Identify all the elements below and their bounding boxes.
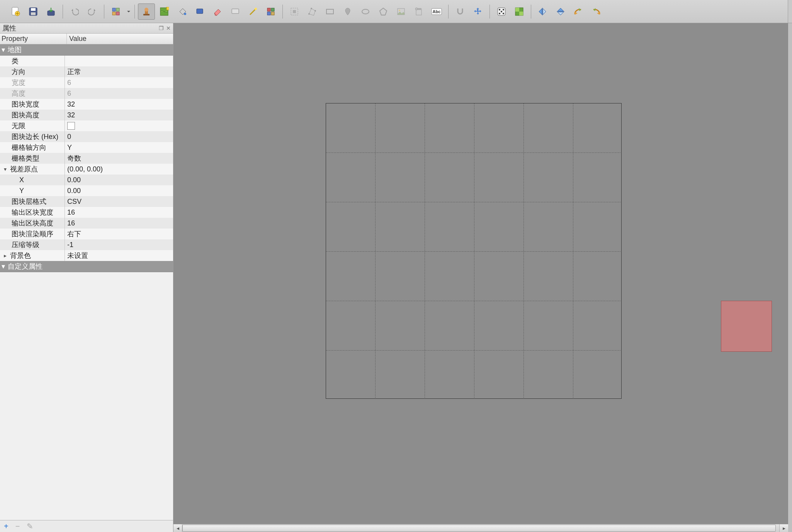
svg-point-25 bbox=[308, 13, 310, 15]
scroll-thumb[interactable] bbox=[182, 525, 776, 532]
prop-key: Y bbox=[0, 185, 65, 196]
add-property-button[interactable]: + bbox=[4, 522, 8, 531]
prop-value[interactable]: 0.00 bbox=[65, 175, 173, 185]
remove-property-button[interactable]: − bbox=[15, 522, 20, 531]
svg-rect-21 bbox=[267, 12, 270, 15]
prop-value[interactable]: 正常 bbox=[65, 66, 173, 77]
prop-value[interactable] bbox=[65, 120, 173, 131]
prop-row-bgcolor[interactable]: ▸ 背景色 未设置 bbox=[0, 250, 173, 261]
new-file-button[interactable] bbox=[7, 3, 24, 20]
redo-button[interactable] bbox=[84, 3, 101, 20]
move-button[interactable] bbox=[469, 3, 486, 20]
scroll-right-icon[interactable]: ▸ bbox=[779, 524, 788, 532]
prop-row-tile-height[interactable]: 图块高度 32 bbox=[0, 110, 173, 120]
scroll-track[interactable] bbox=[182, 524, 779, 532]
export-button[interactable] bbox=[42, 3, 59, 20]
scroll-left-icon[interactable]: ◂ bbox=[173, 524, 182, 532]
prop-value[interactable]: 奇数 bbox=[65, 153, 173, 164]
undo-button[interactable] bbox=[66, 3, 83, 20]
prop-key: 输出区块宽度 bbox=[0, 207, 65, 218]
prop-row-layer-format[interactable]: 图块层格式 CSV bbox=[0, 196, 173, 207]
chevron-right-icon[interactable]: ▸ bbox=[4, 252, 9, 259]
flip-vertical-button[interactable] bbox=[552, 3, 569, 20]
prop-row-class[interactable]: 类 bbox=[0, 56, 173, 66]
svg-rect-6 bbox=[112, 8, 116, 11]
rotate-left-button[interactable] bbox=[570, 3, 587, 20]
toolbar-separator bbox=[104, 5, 104, 19]
checkbox-icon[interactable] bbox=[67, 122, 75, 130]
insert-image-button[interactable] bbox=[393, 3, 410, 20]
edit-polygon-button[interactable] bbox=[304, 3, 321, 20]
prop-value[interactable]: CSV bbox=[65, 196, 173, 207]
prop-row-compression[interactable]: 压缩等级 -1 bbox=[0, 239, 173, 250]
stamp-tool-button[interactable] bbox=[138, 3, 155, 20]
prop-value[interactable]: Y bbox=[65, 142, 173, 153]
prop-value[interactable] bbox=[65, 56, 173, 66]
save-button[interactable] bbox=[25, 3, 42, 20]
command-dropdown[interactable] bbox=[125, 9, 132, 14]
insert-rect-button[interactable] bbox=[321, 3, 338, 20]
map-grid[interactable] bbox=[326, 103, 622, 399]
prop-value[interactable]: 右下 bbox=[65, 229, 173, 239]
svg-point-29 bbox=[362, 9, 369, 14]
prop-value[interactable]: 未设置 bbox=[65, 250, 173, 261]
fill-mode-button[interactable] bbox=[511, 3, 528, 20]
random-mode-button[interactable] bbox=[493, 3, 510, 20]
bucket-fill-button[interactable] bbox=[173, 3, 190, 20]
select-same-button[interactable] bbox=[262, 3, 279, 20]
prop-row-infinite[interactable]: 无限 bbox=[0, 120, 173, 131]
terrain-tool-button[interactable] bbox=[156, 3, 173, 20]
group-map[interactable]: ▾ 地图 bbox=[0, 44, 173, 56]
prop-value[interactable]: 16 bbox=[65, 218, 173, 229]
prop-row-orientation[interactable]: 方向 正常 bbox=[0, 66, 173, 77]
main-toolbar: Abc bbox=[0, 0, 792, 23]
prop-row-parallax-x[interactable]: X 0.00 bbox=[0, 175, 173, 185]
prop-value[interactable]: (0.00, 0.00) bbox=[65, 164, 173, 175]
prop-value[interactable]: -1 bbox=[65, 239, 173, 250]
prop-key: ▸ 背景色 bbox=[0, 250, 65, 261]
prop-row-chunk-width[interactable]: 输出区块宽度 16 bbox=[0, 207, 173, 218]
insert-polygon-button[interactable] bbox=[375, 3, 392, 20]
prop-value[interactable]: 0 bbox=[65, 131, 173, 142]
rect-select-button[interactable] bbox=[191, 3, 208, 20]
prop-row-chunk-height[interactable]: 输出区块高度 16 bbox=[0, 218, 173, 229]
rotate-right-button[interactable] bbox=[588, 3, 605, 20]
prop-value[interactable]: 32 bbox=[65, 110, 173, 120]
prop-value[interactable]: 16 bbox=[65, 207, 173, 218]
prop-row-parallax-origin[interactable]: ▾ 视差原点 (0.00, 0.00) bbox=[0, 164, 173, 175]
prop-row-stagger-index[interactable]: 栅格类型 奇数 bbox=[0, 153, 173, 164]
insert-tile-button[interactable] bbox=[286, 3, 303, 20]
rect-fill-button[interactable] bbox=[227, 3, 244, 20]
svg-rect-14 bbox=[167, 7, 169, 10]
prop-value[interactable]: 0.00 bbox=[65, 185, 173, 196]
chevron-down-icon: ▾ bbox=[2, 262, 8, 271]
magic-wand-button[interactable] bbox=[245, 3, 262, 20]
prop-row-tile-width[interactable]: 图块宽度 32 bbox=[0, 99, 173, 110]
insert-ellipse-button[interactable] bbox=[357, 3, 374, 20]
eraser-button[interactable] bbox=[209, 3, 226, 20]
right-dock-strip[interactable] bbox=[788, 0, 792, 23]
edit-property-button[interactable]: ✎ bbox=[27, 522, 33, 531]
brush-preview[interactable] bbox=[721, 301, 772, 352]
horizontal-scrollbar[interactable]: ◂ ▸ bbox=[173, 524, 788, 532]
snap-button[interactable] bbox=[452, 3, 469, 20]
panel-float-icon[interactable]: ❐ bbox=[159, 23, 164, 33]
insert-text-button[interactable]: Abc bbox=[428, 3, 445, 20]
map-viewport[interactable] bbox=[173, 23, 788, 524]
prop-value[interactable]: 32 bbox=[65, 99, 173, 110]
prop-key: 图块层格式 bbox=[0, 196, 65, 207]
flip-horizontal-button[interactable] bbox=[534, 3, 551, 20]
svg-rect-17 bbox=[232, 9, 239, 14]
group-custom[interactable]: ▾ 自定义属性 bbox=[0, 261, 173, 272]
prop-row-hex-side[interactable]: 图块边长 (Hex) 0 bbox=[0, 131, 173, 142]
chevron-down-icon[interactable]: ▾ bbox=[4, 166, 9, 172]
svg-rect-24 bbox=[293, 10, 296, 13]
command-button[interactable] bbox=[107, 3, 124, 20]
prop-key: 高度 bbox=[0, 88, 65, 99]
insert-template-button[interactable] bbox=[410, 3, 427, 20]
prop-row-parallax-y[interactable]: Y 0.00 bbox=[0, 185, 173, 196]
insert-point-button[interactable] bbox=[339, 3, 356, 20]
panel-close-icon[interactable]: ✕ bbox=[166, 23, 171, 33]
prop-row-render-order[interactable]: 图块渲染顺序 右下 bbox=[0, 229, 173, 239]
prop-row-stagger-axis[interactable]: 栅格轴方向 Y bbox=[0, 142, 173, 153]
